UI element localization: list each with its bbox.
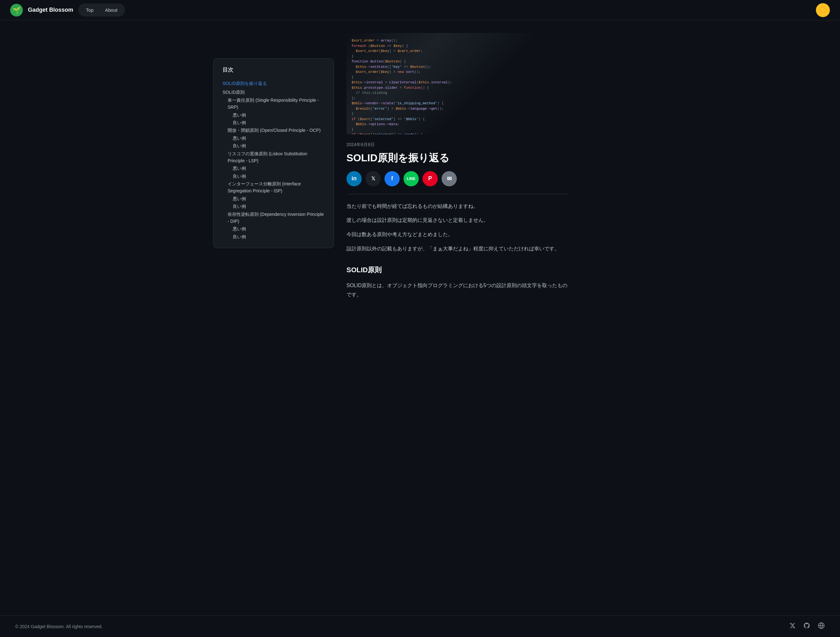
toc-link-12[interactable]: インターフェース分離原則 (Interface Segregation Prin… [227,181,301,193]
toc-sidebar: 目次 SOLID原則を振り返る SOLID原則 単一責任原則 (Single R… [213,58,334,248]
toc-item-7[interactable]: 悪い例 [223,135,325,142]
toc-item-16[interactable]: 悪い例 [223,225,325,232]
toc-link-9[interactable]: リスコフの置換原則 (Liskov Substitution Principle… [227,151,307,163]
footer-twitter-icon[interactable] [789,623,796,630]
toc-link-1[interactable]: SOLID原則を振り返る [223,81,267,86]
toc-item-9[interactable]: リスコフの置換原則 (Liskov Substitution Principle… [223,150,325,164]
main-content: 目次 SOLID原則を振り返る SOLID原則 単一責任原則 (Single R… [198,20,642,615]
toc-item-11[interactable]: 良い例 [223,173,325,180]
toc-item-17[interactable]: 良い例 [223,233,325,240]
body-para-2: 渡しの場合は設計原則は定期的に見返さないと定着しません。 [346,216,568,225]
toc-title: 目次 [223,66,325,74]
toc-item-14[interactable]: 良い例 [223,203,325,210]
site-footer: © 2024 Gadget Blossom. All rights reserv… [0,615,840,637]
footer-copyright: © 2024 Gadget Blossom. All rights reserv… [15,624,103,629]
toc-link-11[interactable]: 良い例 [233,173,246,179]
toc-item-15[interactable]: 依存性逆転原則 (Dependency Inversion Principle … [223,211,325,225]
theme-toggle-button[interactable]: ☀️ [816,3,830,17]
footer-icons [789,622,825,631]
share-twitter-button[interactable]: 𝕏 [365,171,381,186]
toc-link-13[interactable]: 悪い例 [233,196,246,201]
body-para-4: 設計原則以外の記載もありますが、「まぁ大事だよね」程度に抑えていただければ幸いで… [346,244,568,254]
article-body: 当たり前でも時間が経てば忘れるものが結構ありますね。 渡しの場合は設計原則は定期… [346,202,568,300]
section-title-solid: SOLID原則 [346,264,568,276]
toc-item-12[interactable]: インターフェース分離原則 (Interface Segregation Prin… [223,180,325,195]
toc-link-15[interactable]: 依存性逆転原則 (Dependency Inversion Principle … [227,212,324,224]
article-hero-image: $sort_order = array(); foreach ($button … [346,33,568,134]
toc-link-5[interactable]: 良い例 [233,120,246,125]
toc-item-8[interactable]: 良い例 [223,142,325,149]
share-facebook-button[interactable]: f [385,171,400,186]
article-divider [346,194,568,194]
footer-globe-icon[interactable] [818,622,825,631]
share-pinterest-button[interactable]: P [423,171,438,186]
header-left: 🌱 Gadget Blossom Top About [10,3,125,16]
toc-link-17[interactable]: 良い例 [233,234,246,239]
nav-about[interactable]: About [100,5,122,14]
logo-emoji: 🌱 [13,6,21,14]
hero-code-image: $sort_order = array(); foreach ($button … [346,33,568,134]
toc-link-10[interactable]: 悪い例 [233,166,246,171]
share-linkedin-button[interactable]: in [346,171,362,186]
toc-item-6[interactable]: 開放・閉鎖原則 (Open/Closed Principle - OCP) [223,127,325,134]
nav-top[interactable]: Top [81,5,99,14]
site-title: Gadget Blossom [28,7,73,13]
site-header: 🌱 Gadget Blossom Top About ☀️ [0,0,840,20]
share-buttons: in 𝕏 f LINE P ✉ [346,171,568,186]
toc-link-3[interactable]: 単一責任原則 (Single Responsibility Principle … [227,98,319,110]
toc-link-14[interactable]: 良い例 [233,204,246,209]
toc-item-13[interactable]: 悪い例 [223,195,325,202]
article: $sort_order = array(); foreach ($button … [346,33,568,603]
toc-link-2[interactable]: SOLID原則 [223,90,245,95]
toc-item-2[interactable]: SOLID原則 [223,89,325,96]
body-para-1: 当たり前でも時間が経てば忘れるものが結構ありますね。 [346,202,568,211]
toc-item-10[interactable]: 悪い例 [223,165,325,172]
section-body-solid: SOLID原則とは、オブジェクト指向プログラミングにおける5つの設計原則の頭文字… [346,281,568,300]
toc-link-8[interactable]: 良い例 [233,143,246,148]
footer-github-icon[interactable] [803,622,810,631]
toc-link-16[interactable]: 悪い例 [233,226,246,231]
toc-item-5[interactable]: 良い例 [223,119,325,126]
toc-link-4[interactable]: 悪い例 [233,112,246,118]
article-date: 2024年6月8日 [346,142,568,148]
site-logo: 🌱 [10,4,23,16]
article-title: SOLID原則を振り返る [346,151,568,165]
share-line-button[interactable]: LINE [404,171,419,186]
toc-item-1[interactable]: SOLID原則を振り返る [223,80,325,87]
toc-link-7[interactable]: 悪い例 [233,136,246,141]
toc-item-4[interactable]: 悪い例 [223,112,325,118]
body-para-3: 今回は数ある原則や考え方などまとめました。 [346,230,568,239]
toc-link-6[interactable]: 開放・閉鎖原則 (Open/Closed Principle - OCP) [227,128,321,133]
toc-item-3[interactable]: 単一責任原則 (Single Responsibility Principle … [223,97,325,111]
code-overlay: $sort_order = array(); foreach ($button … [346,33,568,134]
toc-list: SOLID原則を振り返る SOLID原則 単一責任原則 (Single Resp… [223,79,325,240]
main-nav: Top About [78,3,125,16]
share-email-button[interactable]: ✉ [442,171,457,186]
